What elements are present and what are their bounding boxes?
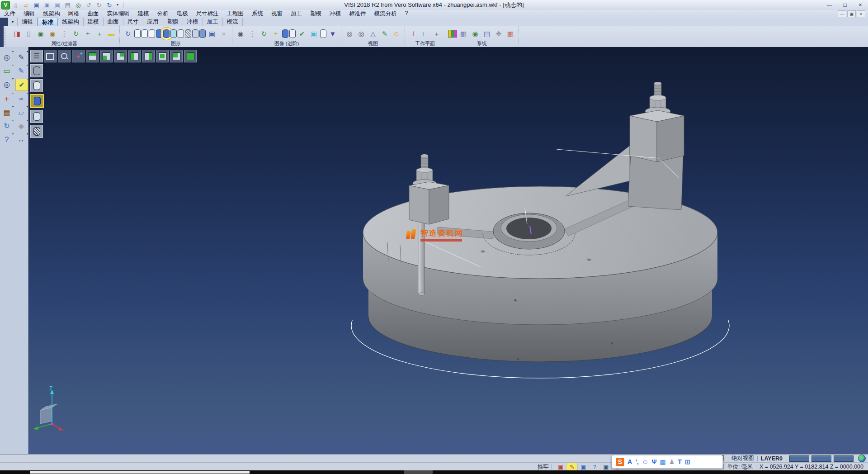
view-top-icon[interactable]: [86, 50, 99, 62]
ribbon-tab[interactable]: 应用: [143, 18, 163, 26]
ribbon-tab[interactable]: 冲模: [183, 18, 203, 26]
menu-item[interactable]: 标准件: [345, 10, 370, 18]
attributes-page-icon[interactable]: ▯: [24, 28, 34, 39]
tabbar-dropdown-icon[interactable]: ▼: [8, 18, 18, 26]
sogou-logo-icon[interactable]: S: [616, 458, 624, 466]
color-palette-icon[interactable]: [448, 30, 457, 38]
cyan-cube-icon[interactable]: ▣: [308, 28, 319, 39]
solid-cube-icon[interactable]: ◆: [15, 120, 27, 132]
minimize-button[interactable]: —: [822, 0, 837, 9]
ribbon-tab[interactable]: 加工: [203, 18, 223, 26]
menu-item[interactable]: 系统: [248, 10, 267, 18]
ucs-move-icon[interactable]: +: [1, 93, 13, 104]
flat-cylinder-icon[interactable]: [178, 29, 184, 38]
color-swatch[interactable]: [811, 455, 831, 462]
gift-box-icon[interactable]: ▣: [578, 463, 589, 471]
view-right-icon[interactable]: [142, 50, 155, 62]
attributes-stack-icon[interactable]: ▤: [1, 107, 13, 118]
shaded-mode-icon[interactable]: [30, 94, 44, 108]
ime-mic-icon[interactable]: Ψ: [651, 459, 656, 465]
hatched-mode-icon[interactable]: [30, 125, 43, 138]
view-shaded-icon[interactable]: [184, 50, 197, 62]
ime-person-icon[interactable]: ♟: [669, 459, 675, 465]
menu-item[interactable]: 电极: [173, 10, 192, 18]
filter-traffic-light-icon[interactable]: ⋮: [59, 28, 70, 39]
menu-item[interactable]: 塑模: [306, 10, 326, 18]
hidden-line-mode-icon[interactable]: [30, 79, 43, 92]
close-button[interactable]: ×: [853, 0, 868, 9]
shaded-light-mode-icon[interactable]: [30, 110, 43, 123]
outline-cylinder-icon[interactable]: [320, 29, 326, 38]
ime-emoji-icon[interactable]: ☺: [642, 459, 648, 465]
chart-settings-icon[interactable]: ▦: [458, 28, 469, 39]
sketch-delete-icon[interactable]: ✎: [15, 52, 27, 63]
selection-frame-icon[interactable]: ▭: [1, 65, 13, 76]
copy-view-icon[interactable]: ▣: [207, 28, 217, 39]
system-tools-icon[interactable]: ◉: [470, 28, 481, 39]
hide-all-icon[interactable]: ▬: [106, 28, 117, 39]
export-box-icon[interactable]: ▣: [600, 463, 612, 471]
maximize-button[interactable]: □: [837, 0, 853, 9]
ribbon-tab[interactable]: 编辑: [18, 18, 38, 26]
globe-icon[interactable]: [858, 455, 866, 462]
shaded-edges-cylinder-icon[interactable]: [163, 29, 170, 38]
toggle-filter-icon[interactable]: ±: [82, 28, 93, 39]
render-smiley-icon[interactable]: ☺: [391, 28, 402, 39]
select-filter-icon[interactable]: ✎: [566, 463, 578, 471]
ribbon-tab[interactable]: 尺寸: [123, 18, 143, 26]
menu-item[interactable]: 冲模: [326, 10, 345, 18]
traffic-light-icon[interactable]: ⋮: [247, 28, 258, 39]
window-tools-icon[interactable]: ▤: [481, 28, 492, 39]
measure-icon[interactable]: ↔: [15, 134, 27, 145]
menu-item[interactable]: 尺寸标注: [192, 10, 223, 18]
ribbon-tab[interactable]: 线架构: [58, 18, 84, 26]
hide-entities-icon[interactable]: ◉: [47, 28, 58, 39]
menu-item[interactable]: 工程图: [223, 10, 248, 18]
workplane-entity-icon[interactable]: +: [431, 28, 442, 39]
search-edit-view-icon[interactable]: ◎: [356, 28, 367, 39]
show-all-icon[interactable]: +: [94, 28, 105, 39]
menu-item[interactable]: 编辑: [19, 10, 39, 18]
magnifier-icon[interactable]: [58, 50, 71, 62]
wireframe-cylinder-icon[interactable]: [134, 29, 141, 38]
menu-item[interactable]: 加工: [287, 10, 306, 18]
ime-keyboard-icon[interactable]: ▦: [660, 459, 666, 465]
regen-icon[interactable]: ↻: [1, 120, 13, 132]
ime-punct-icon[interactable]: ’,: [635, 459, 639, 465]
validate-icon[interactable]: ✔: [15, 79, 28, 91]
cylinder-box-icon[interactable]: [199, 29, 206, 38]
dashed-cylinder-icon[interactable]: [149, 29, 155, 38]
cylinder-doc-icon[interactable]: [192, 29, 198, 38]
regen-graphics-icon[interactable]: ↻: [123, 28, 133, 39]
color-swatch[interactable]: [789, 455, 809, 462]
ucs-axes-icon[interactable]: +: [72, 50, 85, 62]
delete-view-icon[interactable]: ×: [218, 28, 229, 39]
select-hand-icon[interactable]: ✥: [493, 28, 504, 39]
ribbon-tab[interactable]: 塑膜: [163, 18, 183, 26]
menu-item[interactable]: 线架构: [39, 10, 64, 18]
view-eyes-icon[interactable]: ◉: [235, 28, 246, 39]
curve-edit-icon[interactable]: ≈: [15, 93, 27, 104]
transparent-cylinder-icon[interactable]: [170, 29, 177, 38]
status-help-icon[interactable]: ?: [589, 463, 600, 471]
grid-red-icon[interactable]: ▦: [505, 28, 516, 39]
ime-skin-icon[interactable]: T: [678, 459, 682, 465]
ime-toolbox-icon[interactable]: ⊞: [685, 459, 690, 465]
menu-item[interactable]: 分析: [153, 10, 173, 18]
mdi-restore-button[interactable]: ▣: [847, 10, 856, 17]
wireframe-mode-icon[interactable]: [30, 64, 43, 77]
workplane-xy-icon[interactable]: ⊥: [408, 28, 419, 39]
view-iso-icon[interactable]: [156, 50, 169, 62]
window-frame-icon[interactable]: [44, 50, 57, 62]
units-label[interactable]: 单位: 毫米: [727, 463, 753, 471]
pencil-view-icon[interactable]: ✎: [379, 28, 390, 39]
check-image-icon[interactable]: ✔: [297, 28, 307, 39]
refresh-filter-icon[interactable]: ↻: [71, 28, 81, 39]
zoom-solid-icon[interactable]: ◎: [1, 79, 13, 90]
ribbon-drag-handle[interactable]: [5, 28, 8, 45]
white-cylinder-icon[interactable]: [289, 29, 296, 38]
blue-cylinder-icon[interactable]: [282, 29, 288, 38]
ime-lang-icon[interactable]: A: [627, 459, 632, 465]
3d-viewport[interactable]: ☰ + 智造资料网: [28, 47, 868, 454]
zoom-options-icon[interactable]: ◎: [1, 52, 13, 63]
